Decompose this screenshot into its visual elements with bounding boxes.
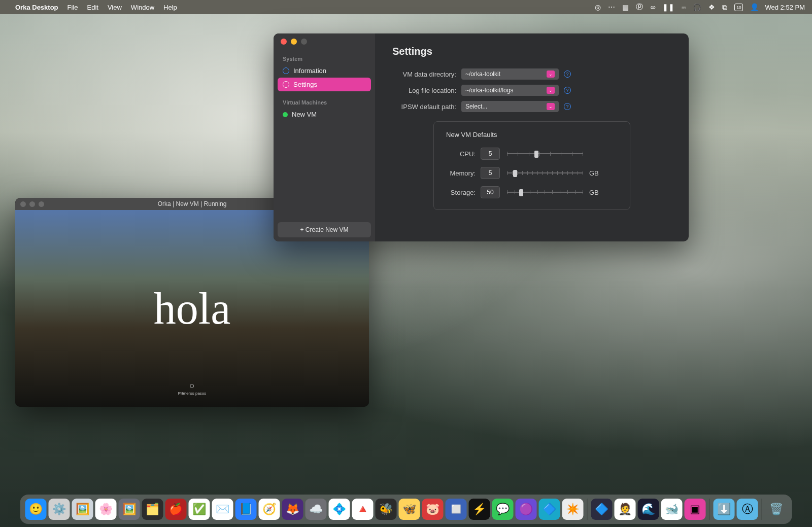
page-title: Settings: [392, 46, 671, 57]
create-new-vm-button[interactable]: + Create New VM: [278, 222, 371, 237]
status-icon[interactable]: ❖: [708, 3, 715, 11]
dock: 🙂⚙️🖼️🌸🖼️🗂️🍎✅✉️📘🧭🦊☁️💠🔺🐝🦋🐷◻️⚡💬🟣🔷✴️🔷🤵🌊🐋▣⬇️Ⓐ…: [20, 495, 792, 524]
memory-unit: GB: [589, 169, 599, 177]
dock-messages-icon[interactable]: 💬: [492, 499, 514, 520]
status-dot-running-icon: [283, 112, 288, 117]
menu-file[interactable]: File: [67, 4, 78, 11]
status-icon[interactable]: ⎓: [682, 3, 686, 11]
zoom-button[interactable]: [39, 201, 44, 207]
sidebar-section-system: System: [278, 53, 371, 64]
status-pause-icon[interactable]: ❚❚: [662, 3, 674, 11]
menubar: Orka Desktop File Edit View Window Help …: [0, 0, 812, 14]
dock-app-square-icon[interactable]: ◻️: [446, 499, 467, 520]
help-icon[interactable]: ?: [564, 103, 571, 110]
dock-slack-icon[interactable]: 💠: [329, 499, 350, 520]
dropdown-value: ~/orka-toolkit/logs: [465, 87, 513, 94]
dock-chatgpt-icon[interactable]: ✴️: [562, 499, 584, 520]
dock-preview-icon[interactable]: 🖼️: [72, 499, 93, 520]
menu-window[interactable]: Window: [131, 4, 154, 11]
dock-app-teal-icon[interactable]: 🔷: [539, 499, 560, 520]
setup-progress-dot: [190, 384, 194, 388]
cpu-slider[interactable]: [507, 150, 583, 158]
ipsw-label: IPSW default path:: [392, 103, 461, 111]
dock-tux-icon[interactable]: 🤵: [615, 499, 636, 520]
status-icon[interactable]: ▦: [622, 3, 629, 11]
menu-help[interactable]: Help: [163, 4, 177, 11]
chevron-down-icon: ⌄: [547, 103, 555, 110]
minimize-button[interactable]: [291, 39, 297, 45]
dock-app-red-icon[interactable]: 🐷: [422, 499, 444, 520]
dock-app-purple-icon[interactable]: 🟣: [516, 499, 537, 520]
calendar-icon[interactable]: 10: [734, 4, 743, 11]
dock-app-2-icon[interactable]: 🗂️: [142, 499, 163, 520]
close-button[interactable]: [20, 201, 26, 207]
dock-app-3-icon[interactable]: 🍎: [165, 499, 187, 520]
storage-unit: GB: [589, 189, 599, 196]
minimize-button[interactable]: [29, 201, 35, 207]
storage-slider[interactable]: [507, 188, 583, 196]
dock-app-1-icon[interactable]: 🖼️: [119, 499, 140, 520]
menu-edit[interactable]: Edit: [87, 4, 98, 11]
dock-cloud-icon[interactable]: ☁️: [306, 499, 327, 520]
dock-proton-icon[interactable]: 🔷: [591, 499, 613, 520]
close-button[interactable]: [281, 39, 287, 45]
info-icon: [283, 67, 289, 74]
dock-system-settings-icon[interactable]: ⚙️: [49, 499, 70, 520]
dock-downloads-icon[interactable]: ⬇️: [714, 499, 735, 520]
ipsw-dropdown[interactable]: Select... ⌄: [461, 101, 559, 112]
dock-applications-icon[interactable]: Ⓐ: [737, 499, 758, 520]
status-icon[interactable]: ∞: [650, 3, 655, 11]
vm-data-dir-dropdown[interactable]: ~/orka-toolkit ⌄: [461, 68, 559, 80]
dock-separator: [587, 499, 588, 520]
dock-firefox-icon[interactable]: 🦊: [282, 499, 303, 520]
storage-field[interactable]: 50: [481, 186, 500, 198]
dock-app-dark-icon[interactable]: 🐝: [376, 499, 397, 520]
gear-icon: [283, 81, 289, 88]
dock-things-icon[interactable]: ✅: [189, 499, 210, 520]
panel-title: New VM Defaults: [446, 131, 618, 138]
sidebar-item-settings[interactable]: Settings: [278, 78, 371, 91]
dock-clickup-icon[interactable]: 🔺: [352, 499, 374, 520]
vm-data-dir-label: VM data directory:: [392, 71, 461, 78]
settings-window: System Information Settings Virtual Mach…: [274, 33, 689, 241]
settings-sidebar: System Information Settings Virtual Mach…: [274, 33, 375, 241]
dock-finder-icon[interactable]: 🙂: [25, 499, 47, 520]
vm-window-title: Orka | New VM | Running: [158, 200, 227, 207]
status-icon[interactable]: ⓟ: [636, 3, 643, 12]
status-icon[interactable]: ◎: [595, 3, 601, 11]
dock-separator: [709, 499, 710, 520]
dock-app-bolt-icon[interactable]: ⚡: [469, 499, 490, 520]
dock-app-blue-icon[interactable]: 📘: [235, 499, 257, 520]
cpu-label: CPU:: [446, 150, 481, 158]
sidebar-item-label: Settings: [293, 81, 317, 88]
sidebar-item-label: Information: [293, 67, 326, 75]
headphones-icon[interactable]: 🎧: [693, 3, 701, 11]
sidebar-item-information[interactable]: Information: [278, 64, 371, 78]
zoom-button[interactable]: [301, 39, 307, 45]
dock-separator: [762, 499, 762, 520]
memory-slider[interactable]: [507, 169, 583, 177]
menubar-datetime[interactable]: Wed 2:52 PM: [765, 4, 805, 11]
status-icon[interactable]: ⋯: [608, 3, 615, 11]
memory-field[interactable]: 5: [481, 167, 500, 179]
dock-mail-icon[interactable]: ✉️: [212, 499, 233, 520]
dock-butterfly-icon[interactable]: 🦋: [399, 499, 420, 520]
sidebar-section-vms: Virtual Machines: [278, 96, 371, 108]
app-name[interactable]: Orka Desktop: [15, 4, 58, 11]
help-icon[interactable]: ?: [564, 71, 571, 78]
dock-preview-open-icon[interactable]: ▣: [685, 499, 706, 520]
menu-view[interactable]: View: [108, 4, 122, 11]
dock-trash-icon[interactable]: 🗑️: [766, 499, 787, 520]
cpu-field[interactable]: 5: [481, 148, 500, 160]
status-icon[interactable]: ⧉: [722, 3, 727, 12]
log-file-dropdown[interactable]: ~/orka-toolkit/logs ⌄: [461, 85, 559, 96]
dock-photos-icon[interactable]: 🌸: [95, 499, 117, 520]
dock-orka-icon[interactable]: 🐋: [661, 499, 683, 520]
dock-safari-icon[interactable]: 🧭: [259, 499, 280, 520]
user-icon[interactable]: 👤: [750, 3, 759, 11]
help-icon[interactable]: ?: [564, 87, 571, 94]
dock-app-night-icon[interactable]: 🌊: [638, 499, 659, 520]
sidebar-item-new-vm[interactable]: New VM: [278, 108, 371, 121]
log-file-label: Log file location:: [392, 87, 461, 94]
storage-label: Storage:: [446, 189, 481, 196]
